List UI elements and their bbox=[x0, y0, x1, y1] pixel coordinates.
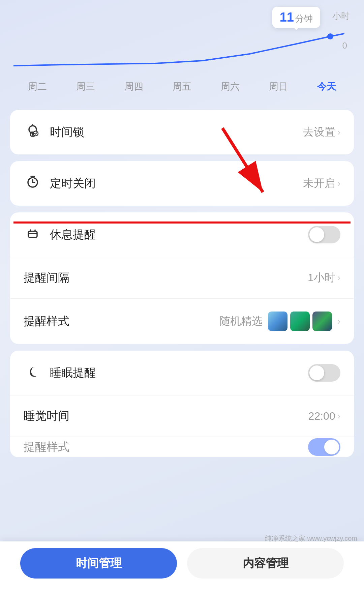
hour-label: 小时 bbox=[332, 10, 350, 22]
reminder-style2-row[interactable]: 提醒样式 bbox=[10, 437, 354, 457]
chart-area: 11 分钟 小时 0 bbox=[0, 0, 364, 76]
timer-close-card: 定时关闭 未开启 › bbox=[10, 161, 354, 206]
rest-reminder-icon bbox=[24, 225, 42, 244]
tooltip-unit-minutes: 分钟 bbox=[295, 13, 313, 25]
svg-point-3 bbox=[327, 33, 333, 39]
reminder-interval-title: 提醒间隔 bbox=[24, 270, 308, 286]
reminder-interval-chevron: › bbox=[337, 272, 340, 283]
bottom-nav: 时间管理 内容管理 bbox=[0, 541, 364, 592]
sleep-reminder-icon bbox=[24, 363, 42, 382]
watermark: 纯净系统之家 www.ycwjzy.com bbox=[265, 534, 357, 543]
time-lock-value[interactable]: 去设置 › bbox=[303, 125, 340, 140]
rest-reminder-card: 休息提醒 提醒间隔 1小时 › 提醒样式 随机精选 › bbox=[10, 212, 354, 344]
thumb-2 bbox=[290, 312, 310, 331]
reminder-style2-toggle[interactable] bbox=[308, 438, 340, 456]
zero-label: 0 bbox=[342, 40, 347, 51]
sleep-time-row[interactable]: 睡觉时间 22:00 › bbox=[10, 395, 354, 437]
reminder-interval-row[interactable]: 提醒间隔 1小时 › bbox=[10, 257, 354, 299]
timer-close-value[interactable]: 未开启 › bbox=[303, 176, 340, 191]
time-lock-icon bbox=[24, 123, 42, 142]
time-lock-card: 时间锁 去设置 › bbox=[10, 110, 354, 154]
tooltip-minutes: 11 bbox=[280, 10, 294, 25]
chart-svg: 0 bbox=[13, 30, 351, 72]
timer-close-chevron: › bbox=[337, 178, 340, 189]
reminder-interval-value[interactable]: 1小时 › bbox=[308, 270, 340, 285]
reminder-thumbnails bbox=[268, 312, 332, 331]
reminder-style-value[interactable]: 随机精选 › bbox=[219, 312, 340, 331]
reminder-style-chevron: › bbox=[337, 316, 340, 327]
timer-close-title: 定时关闭 bbox=[50, 176, 303, 191]
sleep-reminder-row[interactable]: 睡眠提醒 bbox=[10, 351, 354, 395]
time-lock-row[interactable]: 时间锁 去设置 › bbox=[10, 110, 354, 154]
time-lock-title: 时间锁 bbox=[50, 124, 303, 140]
reminder-style-title: 提醒样式 bbox=[24, 314, 219, 329]
timer-close-row[interactable]: 定时关闭 未开启 › bbox=[10, 161, 354, 206]
sleep-reminder-toggle[interactable] bbox=[308, 364, 340, 382]
tooltip-bubble: 11 分钟 bbox=[272, 7, 320, 28]
rest-reminder-title: 休息提醒 bbox=[50, 227, 308, 242]
timer-close-icon bbox=[24, 174, 42, 193]
day-label-today: 今天 bbox=[302, 80, 351, 93]
day-label-tue: 周三 bbox=[62, 80, 110, 93]
rest-reminder-row[interactable]: 休息提醒 bbox=[10, 212, 354, 257]
sleep-reminder-title: 睡眠提醒 bbox=[50, 365, 308, 381]
sleep-time-title: 睡觉时间 bbox=[24, 408, 308, 424]
day-labels: 周二 周三 周四 周五 周六 周日 今天 bbox=[0, 76, 364, 103]
rest-reminder-toggle[interactable] bbox=[308, 226, 340, 243]
time-lock-chevron: › bbox=[337, 127, 340, 138]
day-label-fri: 周六 bbox=[206, 80, 254, 93]
day-label-wed: 周四 bbox=[110, 80, 158, 93]
sleep-time-chevron: › bbox=[337, 411, 340, 421]
svg-rect-14 bbox=[28, 231, 37, 237]
thumb-3 bbox=[312, 312, 332, 331]
reminder-style2-title: 提醒样式 bbox=[24, 439, 308, 455]
day-label-sat: 周日 bbox=[254, 80, 302, 93]
thumb-1 bbox=[268, 312, 287, 331]
time-management-btn[interactable]: 时间管理 bbox=[20, 548, 177, 579]
sleep-time-value[interactable]: 22:00 › bbox=[308, 410, 340, 422]
content-management-btn[interactable]: 内容管理 bbox=[187, 548, 344, 579]
day-label-mon: 周二 bbox=[13, 80, 62, 93]
sleep-reminder-card: 睡眠提醒 睡觉时间 22:00 › 提醒样式 bbox=[10, 351, 354, 457]
reminder-style-row[interactable]: 提醒样式 随机精选 › bbox=[10, 299, 354, 344]
day-label-thu: 周五 bbox=[158, 80, 206, 93]
